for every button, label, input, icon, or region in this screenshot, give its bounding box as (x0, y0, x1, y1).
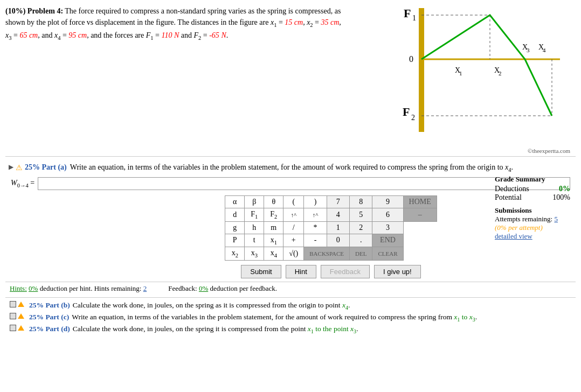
feedback-button[interactable]: Feedback (321, 265, 370, 278)
grade-summary-title: Grade Summary (495, 175, 570, 184)
hints-row: Hints: 0% deduction per hint. Hints rema… (5, 282, 576, 295)
key-h[interactable]: h (245, 221, 264, 234)
part-b-label: 25% Part (b) (29, 301, 70, 310)
key-F2[interactable]: F2 (264, 208, 283, 221)
list-item-b: 25% Part (b) Calculate the work done, in… (10, 301, 571, 311)
key-8[interactable]: 8 (350, 195, 372, 208)
key-home[interactable]: HOME (403, 195, 437, 208)
key-1[interactable]: 1 (327, 221, 349, 234)
problem-text: (10%) Problem 4: The force required to c… (5, 5, 350, 151)
key-3[interactable]: 3 (372, 221, 403, 234)
key-theta[interactable]: θ (264, 195, 283, 208)
key-2[interactable]: 2 (350, 221, 372, 234)
key-sqrt[interactable]: √() (283, 247, 304, 261)
keyboard-row-2: d F1 F2 ↑^ ↑^ 4 5 6 – (225, 208, 437, 221)
key-4[interactable]: 4 (327, 208, 349, 221)
keyboard-row-3: g h m / * 1 2 3 (225, 221, 437, 234)
give-up-button[interactable]: I give up! (374, 265, 421, 278)
key-dot[interactable]: . (350, 234, 372, 247)
key-sup2[interactable]: ↑^ (304, 208, 327, 221)
problem-graph: F 1 0 F 2 (350, 5, 576, 151)
x4-value: 95 cm (68, 31, 87, 39)
answer-input[interactable] (38, 177, 570, 190)
svg-text:F: F (404, 6, 411, 20)
detailed-view-link[interactable]: detailed view (495, 232, 570, 241)
feedback-label: Feedback: (168, 284, 197, 292)
x3-value: 65 cm (19, 31, 38, 39)
submissions-title: Submissions (495, 206, 570, 215)
part-c-icons (10, 313, 26, 319)
answer-row: W0→4 = (5, 175, 576, 192)
x1-value: 15 cm (285, 18, 303, 26)
key-6[interactable]: 6 (372, 208, 403, 221)
problem-header: (10%) Problem 4: (5, 7, 63, 15)
key-closeparen[interactable]: ) (304, 195, 327, 208)
keyboard-table: α β θ ( ) 7 8 9 HOME d F1 (225, 195, 437, 261)
key-m[interactable]: m (264, 221, 283, 234)
key-openparen[interactable]: ( (283, 195, 304, 208)
attempts-label: Attempts remaining: (495, 215, 552, 223)
key-neg[interactable]: - (304, 234, 327, 247)
key-empty-r5 (403, 247, 437, 261)
hints-remaining[interactable]: 2 (143, 284, 147, 292)
key-minus[interactable]: – (403, 208, 437, 221)
hints-label: Hints: (10, 284, 27, 292)
key-divide[interactable]: / (283, 221, 304, 234)
answer-label: W0→4 = (11, 179, 34, 188)
potential-row: Potential 100% (495, 193, 570, 202)
key-beta[interactable]: β (245, 195, 264, 208)
key-empty-r3 (403, 221, 437, 234)
problem-section: (10%) Problem 4: The force required to c… (5, 5, 576, 157)
key-g[interactable]: g (225, 221, 245, 234)
part-d-label: 25% Part (d) (29, 325, 70, 333)
key-clear[interactable]: CLEAR (372, 247, 403, 261)
attempts-value[interactable]: 5 (554, 215, 558, 223)
key-t[interactable]: t (245, 234, 264, 247)
key-end[interactable]: END (372, 234, 403, 247)
x2-value: 35 cm (321, 18, 340, 26)
key-P[interactable]: P (225, 234, 245, 247)
part-c-label: 25% Part (c) (29, 313, 69, 321)
list-item-d: 25% Part (d) Calculate the work done, in… (10, 325, 571, 334)
list-item-c: 25% Part (c) Write an equation, in terms… (10, 313, 571, 323)
part-c-text: Write an equation, in terms of the varia… (72, 313, 477, 323)
svg-rect-0 (419, 8, 424, 132)
potential-value: 100% (552, 193, 570, 202)
key-x1[interactable]: x1 (264, 234, 283, 247)
potential-label: Potential (495, 193, 522, 202)
key-x4[interactable]: x4 (264, 247, 283, 261)
svg-text:3: 3 (527, 47, 530, 53)
key-9[interactable]: 9 (372, 195, 403, 208)
feedback-desc: deduction per feedback. (210, 284, 277, 292)
keyboard-row-5: x2 x3 x4 √() BACKSPACE DEL CLEAR (225, 247, 437, 261)
graph-svg: F 1 0 F 2 (350, 5, 576, 145)
key-sup1[interactable]: ↑^ (283, 208, 304, 221)
feedback-pct: 0% (199, 284, 208, 292)
key-7[interactable]: 7 (327, 195, 349, 208)
button-row: Submit Hint Feedback I give up! (86, 265, 576, 278)
deductions-row: Deductions 0% (495, 185, 570, 193)
key-alpha[interactable]: α (225, 195, 245, 208)
key-5[interactable]: 5 (350, 208, 372, 221)
part-d-text: Calculate the work done, in joules, on t… (73, 325, 358, 334)
hint-button[interactable]: Hint (286, 265, 316, 278)
key-d[interactable]: d (225, 208, 245, 221)
part-c-tri-icon (18, 313, 24, 319)
key-plus[interactable]: + (283, 234, 304, 247)
part-b-icons (10, 301, 26, 307)
hints-text: Hints: 0% deduction per hint. Hints rema… (10, 284, 147, 293)
key-empty-r4 (403, 234, 437, 247)
deductions-label: Deductions (495, 185, 529, 193)
answer-area: W0→4 = α β θ ( ) 7 8 (5, 175, 576, 282)
svg-text:1: 1 (459, 70, 462, 76)
part-a-question: Write an equation, in terms of the varia… (70, 163, 572, 173)
key-multiply[interactable]: * (304, 221, 327, 234)
key-x2[interactable]: x2 (225, 247, 245, 261)
svg-text:2: 2 (411, 114, 415, 122)
key-backspace[interactable]: BACKSPACE (304, 247, 350, 261)
key-x3[interactable]: x3 (245, 247, 264, 261)
key-del[interactable]: DEL (350, 247, 372, 261)
submit-button[interactable]: Submit (241, 265, 281, 278)
key-F1[interactable]: F1 (245, 208, 264, 221)
key-0[interactable]: 0 (327, 234, 349, 247)
